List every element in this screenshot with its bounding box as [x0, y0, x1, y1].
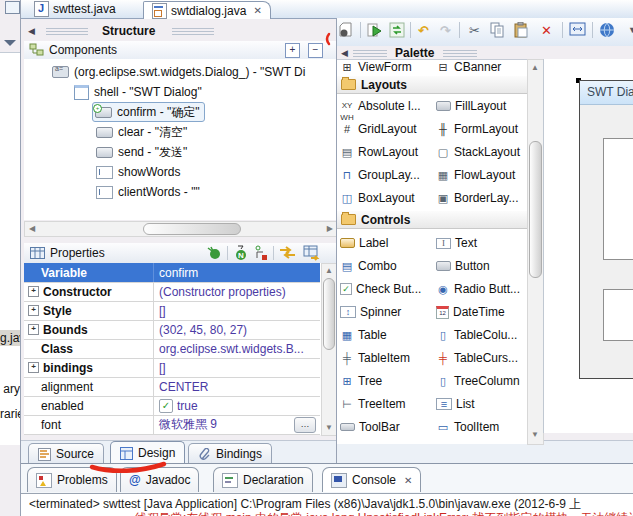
view-menu-chevron-icon[interactable]	[4, 40, 16, 46]
collapse-all-button[interactable]: −	[308, 43, 323, 58]
set-null-icon[interactable]: N	[233, 245, 249, 261]
tree-item-send[interactable]: send - "发送"	[96, 142, 187, 162]
palette-item-radio-button[interactable]: ◉Radio Butt...	[436, 279, 520, 299]
tab-source[interactable]: Source	[28, 443, 104, 464]
paste-icon[interactable]	[513, 22, 530, 39]
palette-item-treecolumn[interactable]: ▯TreeColumn	[436, 371, 520, 391]
palette-item-filllayout[interactable]: FillLayout	[436, 96, 506, 116]
palette-item-toolitem[interactable]: ▭ToolItem	[436, 417, 499, 437]
copy-icon[interactable]	[489, 22, 506, 39]
expand-all-button[interactable]: +	[285, 43, 300, 58]
property-row-constructor[interactable]: +Constructor (Constructor properties)	[24, 282, 320, 302]
swt-dialog-preview[interactable]: SWT Dia	[579, 80, 633, 379]
palette-item-gridlayout[interactable]: #GridLayout	[340, 119, 417, 139]
palette-item-tableitem[interactable]: ╪TableItem	[340, 348, 410, 368]
spinner-icon: ↕	[340, 306, 356, 318]
goto-source-icon[interactable]	[206, 246, 222, 260]
expand-icon[interactable]: +	[28, 362, 39, 373]
palette-category-controls[interactable]: Controls	[337, 211, 527, 229]
expand-icon[interactable]: +	[28, 305, 39, 316]
externalize-window-icon[interactable]	[569, 22, 586, 39]
palette-item-viewform[interactable]: ⊞ViewForm	[340, 59, 412, 77]
tab-problems[interactable]: Problems	[27, 467, 117, 492]
dialog-text-area-2[interactable]	[603, 289, 633, 341]
browser-globe-icon[interactable]	[598, 22, 615, 39]
properties-scrollbar[interactable]: ▲ ▼	[321, 263, 337, 436]
palette-item-cbanner[interactable]: ⊟CBanner	[436, 59, 501, 77]
tree-item-confirm[interactable]: + confirm - "确定"	[92, 102, 205, 122]
show-events-icon[interactable]	[303, 245, 321, 261]
palette-item-table[interactable]: ▦Table	[340, 325, 387, 345]
palette-item-button[interactable]: Button	[436, 256, 490, 276]
tab-swtdialog-java[interactable]: swtdialog.java ✕	[143, 1, 271, 19]
tab-console[interactable]: Console ✕	[322, 467, 421, 492]
property-row-enabled[interactable]: enabled ✓true	[24, 396, 320, 416]
tree-item-dialog[interactable]: (org.eclipse.swt.widgets.Dialog_) - "SWT…	[52, 62, 305, 82]
toolbar-overflow-chevron-icon[interactable]: ▼	[624, 22, 633, 39]
tab-swttest-java[interactable]: J swttest.java	[26, 1, 124, 17]
palette-item-flowlayout[interactable]: ▦FlowLayout	[436, 165, 515, 185]
checkbox-checked-icon[interactable]: ✓	[159, 399, 173, 413]
tree-item-clientwords[interactable]: clientWords - ""	[96, 182, 200, 202]
property-row-alignment[interactable]: alignment CENTER	[24, 377, 320, 397]
palette-item-treeitem[interactable]: ⊢TreeItem	[340, 394, 406, 414]
tree-item-shell[interactable]: shell - "SWT Dialog"	[74, 82, 202, 102]
tab-declaration[interactable]: Declaration	[213, 467, 313, 492]
palette-item-label[interactable]: Label	[340, 233, 388, 253]
palette-item-tree[interactable]: ⊞Tree	[340, 371, 382, 391]
collapse-structure-icon[interactable]: ◀	[28, 24, 35, 38]
tree-item-showwords[interactable]: showWords	[96, 162, 180, 182]
run-icon[interactable]	[366, 22, 383, 39]
tab-javadoc[interactable]: @ Javadoc	[120, 467, 199, 492]
close-tab-icon[interactable]: ✕	[253, 5, 261, 16]
palette-item-stacklayout[interactable]: ▢StackLayout	[436, 142, 520, 162]
property-row-font[interactable]: font 微软雅黑 9 …	[24, 415, 320, 435]
open-folder-icon	[341, 214, 356, 225]
palette-category-layouts[interactable]: Layouts	[337, 76, 527, 94]
expand-icon[interactable]: +	[28, 286, 39, 297]
dialog-text-area-1[interactable]	[603, 138, 633, 260]
palette-item-datetime[interactable]: 12DateTime	[436, 302, 505, 322]
palette-item-toolbar[interactable]: ToolBar	[340, 417, 400, 437]
undo-icon[interactable]: ↶	[415, 22, 432, 39]
design-canvas[interactable]: SWT Dia	[543, 59, 633, 433]
collapse-palette-icon[interactable]: ◀	[341, 46, 348, 60]
redo-icon[interactable]: ↷	[437, 22, 454, 39]
palette-item-combo[interactable]: ▤Combo	[340, 256, 397, 276]
property-row-bounds[interactable]: +Bounds (302, 45, 80, 27)	[24, 320, 320, 340]
expand-icon[interactable]: +	[28, 324, 39, 335]
palette-item-tablecolumn[interactable]: ▯TableColu...	[436, 325, 517, 345]
datetime-icon: 12	[436, 306, 449, 319]
property-row-bindings[interactable]: +bindings []	[24, 358, 320, 378]
palette-item-tablecursor[interactable]: ╪TableCurs...	[436, 348, 518, 368]
palette-item-borderlayout[interactable]: ▣BorderLay...	[436, 188, 518, 208]
property-row-class[interactable]: Class org.eclipse.swt.widgets.B...	[24, 339, 320, 359]
property-row-style[interactable]: +Style []	[24, 301, 320, 321]
font-ellipsis-button[interactable]: …	[294, 417, 316, 433]
palette-item-rowlayout[interactable]: ▤RowLayout	[340, 142, 418, 162]
cut-icon[interactable]: ✂	[466, 22, 483, 39]
palette-item-text[interactable]: IText	[436, 233, 477, 253]
convert-variable-icon[interactable]	[279, 246, 297, 260]
palette-item-boxlayout[interactable]: ◫BoxLayout	[340, 188, 415, 208]
tree-item-clear[interactable]: clear - "清空"	[96, 122, 187, 142]
palette-item-absolute-layout[interactable]: XYWHAbsolute l...	[340, 96, 421, 116]
restore-default-icon[interactable]	[253, 245, 269, 261]
text-widget-icon	[96, 186, 113, 199]
property-row-variable[interactable]: Variable confirm	[24, 263, 320, 283]
palette-scrollbar[interactable]: ▲ ▼	[527, 59, 544, 445]
tab-design[interactable]: Design	[110, 441, 185, 464]
palette-item-spinner[interactable]: ↕Spinner	[340, 302, 401, 322]
tab-bindings[interactable]: Bindings	[188, 443, 272, 464]
palette-item-formlayout[interactable]: ╫FormLayout	[436, 119, 518, 139]
refresh-icon[interactable]	[388, 22, 405, 39]
palette-item-list[interactable]: ≡List	[436, 394, 475, 414]
tree-horizontal-scrollbar[interactable]: ◀ ▶	[24, 221, 338, 237]
palette-item-grouplayout[interactable]: ⊓GroupLay...	[340, 165, 420, 185]
palette-item-check-button[interactable]: ✓Check But...	[340, 279, 421, 299]
close-console-icon[interactable]: ✕	[404, 475, 412, 486]
delete-icon[interactable]: ✕	[538, 22, 555, 39]
stacklayout-icon: ▢	[436, 146, 450, 159]
preview-icon[interactable]	[338, 22, 355, 39]
restore-window-icon[interactable]	[5, 1, 20, 14]
